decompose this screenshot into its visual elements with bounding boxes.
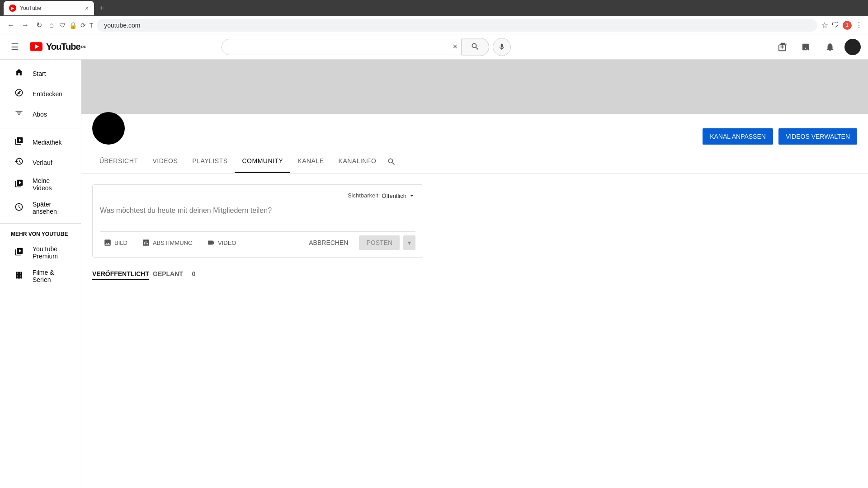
bell-icon — [825, 42, 835, 52]
sync-icon: ⟳ — [80, 22, 86, 29]
sidebar-item-abos[interactable]: Abos — [4, 104, 77, 124]
history-icon — [14, 157, 24, 168]
post-button[interactable]: POSTEN — [359, 235, 400, 250]
create-icon — [778, 42, 788, 52]
image-icon — [104, 239, 112, 247]
tab-playlists[interactable]: PLAYLISTS — [185, 152, 235, 173]
sidebar-item-label-start: Start — [33, 70, 46, 77]
sidebar-item-start[interactable]: Start — [4, 63, 77, 84]
new-tab-button[interactable]: + — [98, 2, 106, 15]
tab-title: YouTube — [20, 5, 41, 11]
refresh-button[interactable]: ↻ — [34, 19, 44, 31]
back-button[interactable]: ← — [5, 19, 16, 31]
explore-icon — [14, 88, 24, 99]
shield-icon: 🛡 — [59, 22, 66, 29]
app-header: ☰ YouTube DE × — [0, 34, 868, 60]
yt-logo-icon — [30, 40, 42, 54]
tab-search-icon — [387, 157, 396, 166]
films-icon — [14, 271, 24, 282]
filter-published[interactable]: VERÖFFENTLICHT — [92, 268, 149, 280]
video-icon — [207, 239, 215, 247]
main-layout: Start Entdecken Abos Mediathek — [0, 60, 868, 488]
post-more-button[interactable]: ▾ — [403, 235, 415, 250]
visibility-select[interactable]: Öffentlich — [382, 192, 415, 199]
browser-tab[interactable]: ▶ YouTube × — [4, 1, 94, 15]
sidebar-item-premium[interactable]: YouTube Premium — [4, 241, 77, 264]
video-label: VIDEO — [218, 239, 236, 246]
mic-button[interactable] — [493, 38, 511, 56]
tab-kanale[interactable]: KANÄLE — [290, 152, 331, 173]
sidebar-item-spaeter[interactable]: Später ansehen — [4, 196, 77, 220]
app: ☰ YouTube DE × — [0, 34, 868, 488]
post-filter-tabs: VERÖFFENTLICHT GEPLANT 0 — [92, 268, 423, 280]
abstimmung-label: ABSTIMMUNG — [153, 239, 193, 246]
badge-icon: 1 — [843, 21, 852, 30]
cancel-button[interactable]: ABBRECHEN — [302, 235, 355, 250]
sidebar-item-label-entdecken: Entdecken — [33, 90, 62, 98]
search-clear-button[interactable]: × — [449, 39, 461, 55]
abstimmung-button[interactable]: ABSTIMMUNG — [138, 236, 196, 249]
apps-icon — [802, 42, 811, 52]
channel-actions: KANAL ANPASSEN VIDEOS VERWALTEN — [703, 128, 857, 145]
search-button[interactable] — [462, 38, 489, 56]
address-bar-row: ← → ↻ ⌂ 🛡 🔒 ⟳ T ☆ 🛡 1 ⋮ — [0, 16, 868, 34]
apps-button[interactable] — [797, 38, 816, 56]
translate-icon: T — [90, 22, 94, 29]
tab-search-button[interactable] — [383, 152, 400, 173]
sidebar-item-mediathek[interactable]: Mediathek — [4, 132, 77, 152]
sidebar-item-filme[interactable]: Filme & Serien — [4, 264, 77, 288]
sidebar-item-label-verlauf: Verlauf — [33, 159, 52, 166]
security-icons: 🛡 🔒 ⟳ T — [59, 22, 94, 29]
sidebar-item-entdecken[interactable]: Entdecken — [4, 84, 77, 104]
tab-videos[interactable]: VIDEOS — [145, 152, 185, 173]
yt-logo-text: YouTube — [46, 42, 80, 52]
notification-area[interactable] — [821, 38, 839, 56]
manage-videos-button[interactable]: VIDEOS VERWALTEN — [778, 128, 857, 145]
composer-top: Sichtbarkeit: Öffentlich — [100, 192, 415, 199]
notification-button[interactable] — [821, 38, 839, 56]
tab-favicon: ▶ — [9, 5, 16, 12]
sidebar: Start Entdecken Abos Mediathek — [0, 60, 81, 488]
create-button[interactable] — [774, 38, 792, 56]
tab-ubersicht[interactable]: ÜBERSICHT — [92, 152, 145, 173]
customize-channel-button[interactable]: KANAL ANPASSEN — [703, 128, 773, 145]
tab-kanalinfo[interactable]: KANALINFO — [331, 152, 384, 173]
composer-actions: BILD ABSTIMMUNG VIDEO ABBRECHEN POST — [100, 231, 415, 250]
sidebar-item-label-abos: Abos — [33, 111, 47, 118]
tab-close-btn[interactable]: × — [85, 5, 89, 12]
poll-icon — [142, 239, 150, 247]
sidebar-item-meine-videos[interactable]: Meine Videos — [4, 173, 77, 196]
composer-right: ABBRECHEN POSTEN ▾ — [302, 235, 415, 250]
search-input[interactable] — [222, 39, 449, 55]
filter-planned-count: 0 — [189, 268, 199, 279]
composer-input[interactable] — [100, 203, 415, 226]
star-icon[interactable]: ☆ — [821, 20, 828, 30]
yt-logo-badge: DE — [81, 45, 86, 49]
community-section: Sichtbarkeit: Öffentlich BILD — [81, 174, 434, 298]
mic-icon — [498, 43, 506, 51]
watch-later-icon — [14, 202, 24, 214]
post-composer: Sichtbarkeit: Öffentlich BILD — [92, 184, 423, 258]
sidebar-item-verlauf[interactable]: Verlauf — [4, 152, 77, 173]
header-right — [774, 38, 861, 56]
hamburger-menu[interactable]: ☰ — [7, 38, 23, 56]
filter-planned[interactable]: GEPLANT 0 — [153, 268, 199, 280]
video-button[interactable]: VIDEO — [203, 236, 240, 249]
browser-extension-icons: 🛡 1 ⋮ — [832, 21, 863, 30]
home-icon — [14, 68, 24, 79]
bild-button[interactable]: BILD — [100, 236, 131, 249]
sidebar-item-label-premium: YouTube Premium — [33, 245, 66, 260]
tab-community[interactable]: COMMUNITY — [235, 152, 290, 173]
shield2-icon: 🛡 — [832, 21, 839, 29]
forward-button[interactable]: → — [20, 19, 31, 31]
sidebar-item-label-mediathek: Mediathek — [33, 139, 62, 146]
search-icon — [471, 42, 480, 51]
address-input[interactable] — [97, 19, 817, 32]
subscriptions-icon — [14, 108, 24, 120]
content-area: KANAL ANPASSEN VIDEOS VERWALTEN ÜBERSICH… — [81, 60, 868, 488]
home-button[interactable]: ⌂ — [47, 19, 56, 31]
youtube-logo[interactable]: YouTube DE — [30, 40, 86, 54]
sidebar-mehr-title: MEHR VON YOUTUBE — [0, 227, 81, 241]
sidebar-item-label-meine-videos: Meine Videos — [33, 177, 66, 192]
user-avatar[interactable] — [844, 39, 861, 55]
